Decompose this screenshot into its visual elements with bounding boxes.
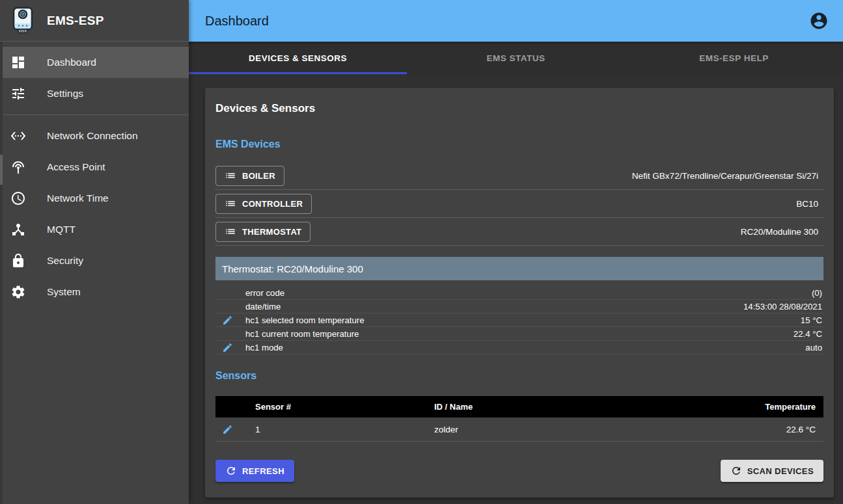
sensors-heading: Sensors <box>215 370 823 382</box>
topbar: Dashboard <box>189 0 843 42</box>
device-model: RC20/Moduline 300 <box>741 227 818 237</box>
column-header-temperature: Temperature <box>765 402 823 412</box>
sidebar-header: EMS-ESP <box>0 0 189 42</box>
refresh-button-label: REFRESH <box>242 466 284 476</box>
sidebar-item-network-time[interactable]: Network Time <box>0 183 189 214</box>
edit-cell <box>215 315 245 326</box>
entity-name: error code <box>245 288 812 298</box>
table-row: hc1 selected room temperature 15 °C <box>215 313 823 327</box>
card-title: Devices & Sensors <box>215 102 823 115</box>
list-icon <box>225 198 236 209</box>
sidebar-item-label: MQTT <box>47 224 76 235</box>
sidebar-item-label: Network Time <box>47 192 109 204</box>
refresh-icon <box>225 465 237 477</box>
entity-name: hc1 current room temperature <box>245 329 794 339</box>
device-button-label: CONTROLLER <box>242 199 303 209</box>
entity-value: 22.4 °C <box>794 329 823 339</box>
edit-icon[interactable] <box>222 424 233 435</box>
device-row-boiler: BOILER Nefit GBx72/Trendline/Cerapur/Gre… <box>215 162 823 190</box>
sidebar-divider <box>0 114 189 115</box>
controller-button[interactable]: CONTROLLER <box>215 194 312 214</box>
sidebar-item-dashboard[interactable]: Dashboard <box>0 47 189 78</box>
sidebar-item-mqtt[interactable]: MQTT <box>0 214 189 245</box>
ems-devices-heading: EMS Devices <box>215 139 823 150</box>
table-row: date/time 14:53:00 28/08/2021 <box>215 300 823 313</box>
main-area: Dashboard DEVICES & SENSORS EMS STATUS E… <box>189 0 843 504</box>
device-model: BC10 <box>796 199 818 209</box>
list-icon <box>225 170 236 181</box>
sidebar-item-label: Access Point <box>47 161 105 173</box>
scan-devices-button[interactable]: SCAN DEVICES <box>721 460 823 482</box>
entity-name: hc1 selected room temperature <box>245 315 801 325</box>
gear-icon <box>10 284 47 300</box>
tab-ems-esp-help[interactable]: EMS-ESP HELP <box>625 42 843 74</box>
sensor-temperature: 22.6 °C <box>786 425 823 434</box>
sidebar-item-label: Security <box>47 255 83 267</box>
tab-bar: DEVICES & SENSORS EMS STATUS EMS-ESP HEL… <box>189 42 843 74</box>
sidebar-item-label: Settings <box>47 88 83 99</box>
content-area: Devices & Sensors EMS Devices BOILER Nef… <box>189 74 843 504</box>
boiler-button[interactable]: BOILER <box>215 166 284 186</box>
app-title: EMS-ESP <box>47 14 104 28</box>
sidebar-item-system[interactable]: System <box>0 276 189 308</box>
entity-value: (0) <box>812 288 823 298</box>
table-row: error code (0) <box>215 286 823 300</box>
thermostat-value-table: error code (0) date/time 14:53:00 28/08/… <box>215 286 823 354</box>
sidebar-nav: Dashboard Settings Network Connection Ac… <box>0 42 189 308</box>
sidebar-item-security[interactable]: Security <box>0 245 189 276</box>
edit-cell <box>215 342 245 353</box>
account-circle-icon[interactable] <box>809 11 829 31</box>
device-model: Nefit GBx72/Trendline/Cerapur/Greenstar … <box>632 171 818 181</box>
list-icon <box>225 226 236 237</box>
ethernet-icon <box>10 128 47 144</box>
sidebar-scrollbar-track <box>0 42 3 504</box>
entity-value: auto <box>805 343 823 352</box>
entity-name: hc1 mode <box>245 343 805 352</box>
column-header-sensor-number: Sensor # <box>245 402 434 412</box>
sidebar-item-access-point[interactable]: Access Point <box>0 152 189 183</box>
action-buttons-row: REFRESH SCAN DEVICES <box>215 460 823 482</box>
sidebar-item-label: Dashboard <box>47 57 96 68</box>
table-row: hc1 current room temperature 22.4 °C <box>215 327 823 341</box>
device-hub-icon <box>10 222 47 237</box>
device-row-thermostat: THERMOSTAT RC20/Moduline 300 <box>215 218 823 246</box>
device-button-label: THERMOSTAT <box>242 227 301 237</box>
lock-icon <box>10 253 47 269</box>
scan-devices-button-label: SCAN DEVICES <box>747 466 814 476</box>
sidebar-item-label: Network Connection <box>47 130 138 142</box>
sidebar-scrollbar-thumb[interactable] <box>0 155 3 185</box>
sensor-number: 1 <box>245 425 434 434</box>
refresh-icon <box>730 465 742 477</box>
entity-value: 14:53:00 28/08/2021 <box>743 302 823 312</box>
thermostat-panel-header: Thermostat: RC20/Moduline 300 <box>215 257 823 280</box>
devices-sensors-card: Devices & Sensors EMS Devices BOILER Nef… <box>205 88 834 497</box>
ems-device-list: BOILER Nefit GBx72/Trendline/Cerapur/Gre… <box>215 162 823 246</box>
entity-value: 15 °C <box>801 315 823 325</box>
column-header-id-name: ID / Name <box>434 402 765 412</box>
table-row: hc1 mode auto <box>215 341 823 354</box>
tab-ems-status[interactable]: EMS STATUS <box>407 42 625 74</box>
edit-cell <box>215 424 245 435</box>
sidebar-item-settings[interactable]: Settings <box>0 78 189 109</box>
thermostat-button[interactable]: THERMOSTAT <box>215 222 311 242</box>
sidebar-item-network-connection[interactable]: Network Connection <box>0 120 189 152</box>
page-title: Dashboard <box>205 14 269 29</box>
edit-icon[interactable] <box>222 342 233 353</box>
entity-name: date/time <box>245 302 743 312</box>
device-button-label: BOILER <box>242 171 275 181</box>
clock-icon <box>10 191 47 206</box>
tune-icon <box>10 86 47 101</box>
sensor-row: 1 zolder 22.6 °C <box>215 418 823 442</box>
sidebar: EMS-ESP Dashboard Settings Network Conne… <box>0 0 189 504</box>
refresh-button[interactable]: REFRESH <box>215 460 294 482</box>
boiler-logo-icon <box>10 7 47 35</box>
sensors-table-header: Sensor # ID / Name Temperature <box>215 396 823 418</box>
sidebar-item-label: System <box>47 286 81 298</box>
edit-icon[interactable] <box>222 315 233 326</box>
wifi-tethering-icon <box>10 159 47 175</box>
device-row-controller: CONTROLLER BC10 <box>215 190 823 218</box>
dashboard-icon <box>10 55 47 70</box>
tab-devices-sensors[interactable]: DEVICES & SENSORS <box>189 42 407 74</box>
sensor-name: zolder <box>434 425 786 434</box>
